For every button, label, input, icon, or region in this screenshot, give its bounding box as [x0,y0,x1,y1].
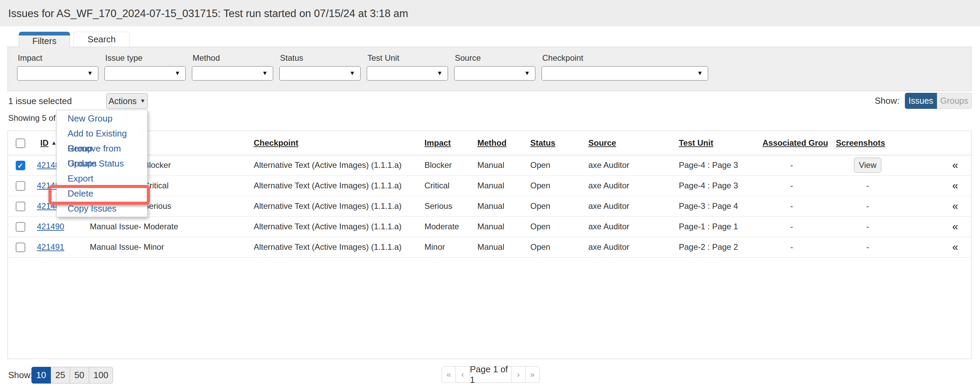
issue-checkpoint-cell: Alternative Text (Active Images) (1.1.1.… [246,175,417,196]
menu-item-export[interactable]: Export [57,171,147,186]
chevron-double-left-icon[interactable]: « [952,159,958,171]
app-root: Issues for AS_WF_170_2024-07-15_031715: … [0,0,980,389]
row-checkbox[interactable]: ✓ [16,181,25,191]
tab-search[interactable]: Search [73,32,130,47]
select-all-checkbox[interactable]: ✓ [16,138,25,148]
header-source[interactable]: Source [588,138,616,148]
tab-search-label: Search [88,34,115,45]
row-checkbox[interactable]: ✓ [16,243,25,252]
issue-test-unit-cell: Page-4 : Page 3 [671,155,755,175]
chevron-double-left-icon: « [446,370,451,379]
issue-checkpoint-cell: Alternative Text (Active Images) (1.1.1.… [246,216,417,237]
filter-source-label: Source [455,53,535,63]
issue-status-cell: Open [523,175,581,196]
actions-button[interactable]: Actions ▼ [106,93,148,109]
last-page-button[interactable]: » [525,366,539,383]
issue-test-unit-cell: Page-1 : Page 1 [671,216,755,237]
caret-down-icon: ▼ [262,70,268,77]
issue-status-cell: Open [523,155,581,175]
filter-test-unit-label: Test Unit [368,53,448,63]
menu-item-delete[interactable]: Delete [57,186,147,201]
header-checkpoint[interactable]: Checkpoint [254,138,298,148]
impact-select[interactable]: ▼ [17,66,98,81]
issue-method-cell: Manual [470,175,523,196]
issue-name-cell: Manual Issue- Minor [82,237,246,257]
chevron-double-left-icon[interactable]: « [952,179,958,191]
menu-item-remove-from-groups[interactable]: Remove from Groups [57,141,147,156]
header-status[interactable]: Status [530,138,555,148]
issue-method-cell: Manual [470,155,523,175]
view-screenshot-button[interactable]: View [854,158,881,173]
header-associated-groups[interactable]: Associated Groups [762,138,828,148]
table-row: ✓ 421487 Manual Issue- Blocker Alternati… [8,155,972,175]
filter-status-label: Status [280,53,361,63]
active-tab-accent-bar [19,32,70,35]
checkpoint-select[interactable]: ▼ [542,66,708,81]
table-row: ✓ 421491 Manual Issue- Minor Alternative… [8,237,972,257]
chevron-left-icon: ‹ [461,370,464,379]
row-checkbox[interactable]: ✓ [16,202,25,211]
next-page-button[interactable]: › [511,366,525,383]
issue-status-cell: Open [523,237,581,257]
actions-menu: New Group Add to Existing Group Remove f… [56,110,148,217]
chevron-double-left-icon[interactable]: « [952,221,958,232]
issue-checkpoint-cell: Alternative Text (Active Images) (1.1.1.… [246,196,417,216]
page-size-25-button[interactable]: 25 [51,367,70,384]
table-row: ✓ 421488 Manual Issue- Critical Alternat… [8,175,972,196]
issue-id-link[interactable]: 421490 [37,222,64,231]
status-select[interactable]: ▼ [279,66,361,81]
test-unit-select[interactable]: ▼ [367,66,448,81]
caret-down-icon: ▼ [524,70,530,77]
source-select[interactable]: ▼ [454,66,535,81]
filter-status: Status ▼ [279,53,361,91]
issue-source-cell: axe Auditor [581,237,671,257]
header-impact[interactable]: Impact [425,138,451,148]
chevron-double-left-icon[interactable]: « [952,200,958,212]
pagination: « ‹ Page 1 of 1 › » [442,366,539,383]
issue-method-cell: Manual [470,216,523,237]
issue-impact-cell: Serious [417,196,470,216]
show-toggle-label: Show: [875,95,899,106]
show-issues-button[interactable]: Issues [905,93,937,109]
tab-bar: Filters Search [19,32,130,47]
issue-associated-groups-cell: - [755,237,828,257]
selection-count-text: 1 issue selected [8,93,72,109]
tab-filters[interactable]: Filters [19,32,70,47]
issue-name-cell: Manual Issue- Moderate [82,216,246,237]
table-row: ✓ 421489 Manual Issue- Serious Alternati… [8,196,972,216]
first-page-button[interactable]: « [442,366,456,383]
show-toggle-group: Show: Issues Groups [875,93,972,109]
caret-down-icon: ▼ [175,70,180,77]
menu-item-new-group[interactable]: New Group [57,111,147,126]
menu-item-add-to-existing-group[interactable]: Add to Existing Group [57,126,147,141]
previous-page-button[interactable]: ‹ [455,366,470,383]
page-size-10-label: 10 [36,370,46,381]
showing-count-text: Showing 5 of 5 [8,113,62,123]
method-select[interactable]: ▼ [192,66,273,81]
caret-down-icon: ▼ [437,70,442,77]
chevron-double-left-icon[interactable]: « [952,241,958,253]
caret-down-icon: ▼ [140,98,145,104]
page-size-50-button[interactable]: 50 [70,367,89,384]
chevron-right-icon: › [517,370,520,379]
filter-issue-type: Issue type ▼ [105,53,186,91]
menu-item-copy-issues[interactable]: Copy Issues [57,201,147,216]
page-size-10-button[interactable]: 10 [32,367,51,384]
page-size-100-button[interactable]: 100 [89,367,113,384]
row-checkbox[interactable]: ✓ [16,161,25,170]
issue-type-select[interactable]: ▼ [105,66,186,81]
header-screenshots[interactable]: Screenshots [836,138,885,148]
row-checkbox[interactable]: ✓ [16,222,25,232]
issue-source-cell: axe Auditor [581,196,671,216]
issue-associated-groups-cell: - [755,216,828,237]
show-groups-button[interactable]: Groups [937,93,972,109]
issue-test-unit-cell: Page-4 : Page 3 [671,175,755,196]
menu-item-update-status[interactable]: Update Status [57,156,147,171]
header-id[interactable]: ID [40,138,48,148]
issue-source-cell: axe Auditor [581,155,671,175]
header-test-unit[interactable]: Test Unit [679,138,713,148]
issue-id-link[interactable]: 421491 [37,242,64,251]
filter-checkpoint-label: Checkpoint [542,53,708,63]
header-method[interactable]: Method [477,138,506,148]
filter-impact-label: Impact [18,53,98,63]
